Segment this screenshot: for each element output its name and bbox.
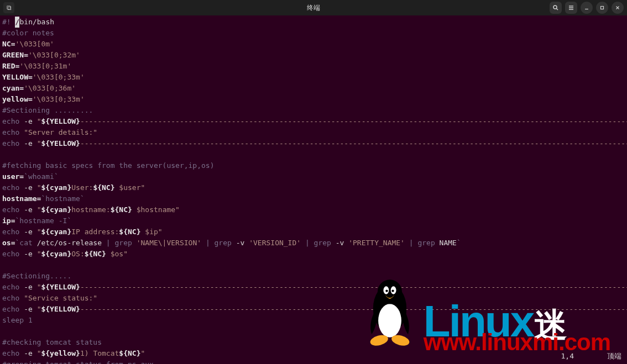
code-segment: ${cyan} — [41, 183, 71, 192]
code-segment: $hostname" — [132, 205, 180, 214]
code-segment: /etc/os-release — [37, 239, 102, 247]
minimize-icon — [584, 5, 589, 10]
code-segment: '\033[0m' — [15, 40, 54, 48]
code-line: user=`whoami` — [2, 171, 625, 182]
code-segment: " — [141, 349, 145, 357]
code-segment: YELLOW= — [2, 73, 33, 81]
code-line: hostname=`hostname` — [2, 193, 625, 204]
code-line: echo -e "${YELLOW}----------------------… — [2, 116, 625, 127]
code-segment: -e — [24, 349, 36, 357]
code-line: echo -e "${cyan}User:${NC} $user" — [2, 182, 625, 193]
code-segment: ${cyan} — [41, 250, 71, 258]
code-line: sleep 1 — [2, 315, 625, 326]
code-segment: ${NC} — [93, 183, 114, 192]
vim-statusbar: 1,4 顶端 — [561, 351, 621, 362]
code-segment: '\033[0;36m' — [24, 84, 76, 92]
code-segment: ${YELLOW} — [41, 305, 80, 313]
code-line: #Sectioning ......... — [2, 105, 625, 116]
code-segment: echo — [2, 205, 24, 214]
svg-line-1 — [556, 8, 558, 10]
code-segment: `hostname -I` — [15, 217, 71, 225]
code-segment: '\033[0;32m' — [28, 51, 80, 59]
code-segment: hostname: — [71, 205, 110, 214]
code-line: echo "Server details:" — [2, 127, 625, 138]
new-tab-button[interactable]: ⧉ — [3, 2, 14, 13]
code-segment: #Sectioning ......... — [2, 106, 93, 114]
code-segment: '\033[0;33m' — [33, 73, 85, 81]
code-segment: echo — [2, 349, 24, 357]
code-segment: echo — [2, 283, 24, 291]
code-segment: echo — [2, 139, 24, 147]
code-line: echo -e "${yellow}1) Tomcat${NC}" — [2, 348, 625, 359]
minimize-button[interactable] — [581, 2, 593, 14]
code-segment: echo — [2, 128, 24, 136]
code-line: echo -e "${cyan}IP address:${NC} $ip" — [2, 226, 625, 238]
code-segment: -e — [24, 305, 36, 313]
code-segment: | — [405, 239, 417, 247]
code-line — [2, 326, 625, 337]
window-controls — [550, 2, 624, 14]
code-segment: $user" — [115, 183, 145, 192]
code-line: echo -e "${YELLOW}----------------------… — [2, 304, 625, 315]
cursor-position: 1,4 — [561, 351, 574, 362]
code-line: yellow='\033[0;33m' — [2, 94, 625, 105]
code-segment: '\033[0;33m' — [33, 95, 85, 103]
code-segment: #grepping tomcat status from ps aux — [2, 360, 154, 364]
code-segment — [2, 261, 7, 269]
scroll-location: 顶端 — [607, 351, 621, 362]
code-line: echo "Service status:" — [2, 293, 625, 304]
window-title: 终端 — [0, 3, 627, 13]
code-segment: ${NC} — [85, 250, 106, 258]
code-segment: User: — [71, 183, 93, 192]
code-line: echo -e "${YELLOW}----------------------… — [2, 282, 625, 293]
code-line: #checking tomcat status — [2, 337, 625, 348]
code-segment: echo — [2, 250, 24, 258]
code-segment: -e — [24, 117, 36, 125]
code-segment: grep — [417, 239, 439, 247]
code-segment: ----------------------------------------… — [80, 139, 627, 147]
code-segment: ${cyan} — [41, 205, 71, 214]
code-line — [2, 149, 625, 160]
code-segment: bin/bash — [19, 18, 54, 26]
hamburger-icon — [568, 4, 574, 11]
code-segment: | — [301, 239, 314, 247]
search-button[interactable] — [550, 2, 562, 14]
terminal-editor[interactable]: #! /bin/bash#color notesNC='\033[0m'GREE… — [0, 15, 627, 364]
search-icon — [552, 4, 559, 11]
code-segment: cyan= — [2, 84, 24, 92]
code-line: echo -e "${YELLOW}----------------------… — [2, 138, 625, 149]
code-segment: ${yellow} — [41, 349, 80, 357]
code-segment: grep — [115, 239, 137, 247]
code-segment: yellow= — [2, 95, 33, 103]
code-segment: -e — [24, 183, 36, 192]
code-segment: `hostname` — [41, 194, 84, 203]
code-segment: echo — [2, 228, 24, 236]
code-segment: | — [201, 239, 214, 247]
code-segment: `cat — [15, 239, 36, 247]
code-segment: #color notes — [2, 29, 54, 37]
maximize-icon — [599, 5, 605, 10]
code-segment: NAME — [440, 239, 457, 247]
code-segment: "Service status:" — [24, 294, 97, 302]
code-line: echo -e "${cyan}OS:${NC} $os" — [2, 249, 625, 260]
code-segment: ${YELLOW} — [41, 139, 80, 147]
code-line: NC='\033[0m' — [2, 39, 625, 50]
code-line: #! /bin/bash — [2, 17, 625, 28]
close-button[interactable] — [612, 2, 624, 14]
code-line: cyan='\033[0;36m' — [2, 83, 625, 94]
code-segment: grep — [215, 239, 236, 247]
menu-button[interactable] — [565, 2, 577, 14]
code-line: RED='\033[0;31m' — [2, 61, 625, 72]
code-segment: ${NC} — [119, 349, 140, 357]
code-segment: IP address: — [71, 228, 119, 236]
maximize-button[interactable] — [596, 2, 608, 14]
code-segment: #! — [2, 18, 15, 26]
code-segment: $ip" — [140, 228, 162, 236]
code-segment: sleep 1 — [2, 316, 33, 324]
code-segment: ----------------------------------------… — [80, 305, 627, 313]
code-segment: user= — [2, 172, 24, 181]
code-segment: -e — [24, 228, 36, 236]
code-segment: echo — [2, 294, 24, 302]
code-segment — [2, 150, 7, 159]
code-segment: ----------------------------------------… — [80, 117, 627, 125]
